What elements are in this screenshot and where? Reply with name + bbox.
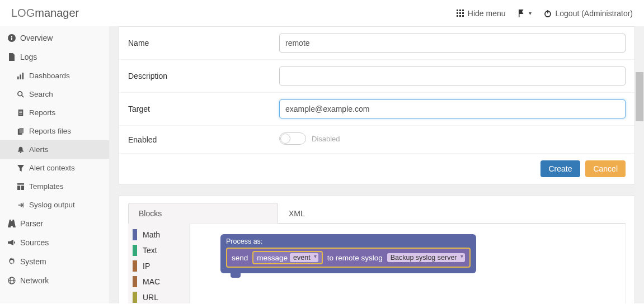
enabled-label: Enabled [128, 135, 279, 144]
category-color-bar [133, 245, 137, 256]
svg-rect-27 [17, 186, 20, 190]
logout-button[interactable]: Logout (Administrator) [544, 9, 633, 18]
block-category-text[interactable]: Text [128, 243, 189, 258]
sidebar-item-label: System [20, 257, 46, 266]
svg-point-25 [20, 151, 22, 153]
document-icon [17, 109, 25, 117]
scrollbar-thumb[interactable] [636, 72, 643, 121]
hide-menu-button[interactable]: Hide menu [457, 9, 506, 18]
sidebar-item-label: Overview [20, 34, 53, 42]
sidebar-item-label: Reports files [29, 127, 71, 135]
block-category-url[interactable]: URL [128, 289, 189, 303]
sidebar-item-label: Templates [29, 182, 64, 191]
description-input[interactable] [279, 66, 626, 86]
sidebar-item-label: Search [29, 90, 53, 98]
sidebar-item-system[interactable]: System [0, 252, 109, 271]
svg-rect-4 [459, 12, 461, 14]
sidebar-item-alert-contexts[interactable]: Alert contexts [0, 159, 109, 177]
form-panel: Name Description Target Enabled [119, 26, 635, 184]
sidebar-item-parser[interactable]: Parser [0, 214, 109, 233]
grid-icon [457, 10, 464, 17]
tab-xml[interactable]: XML [278, 203, 428, 224]
enabled-toggle[interactable] [279, 132, 306, 145]
svg-rect-21 [19, 112, 22, 113]
block-category-ip[interactable]: IP [128, 258, 189, 274]
sidebar-item-label: Parser [20, 219, 43, 228]
sidebar-item-label: Logs [20, 53, 37, 61]
sidebar-item-network[interactable]: Network [0, 271, 109, 290]
server-select[interactable]: Backup syslog server [387, 253, 465, 262]
sidebar-item-sources[interactable]: Sources [0, 233, 109, 252]
scrollbar[interactable] [635, 26, 644, 303]
road-icon [8, 220, 16, 227]
target-input[interactable] [279, 99, 626, 118]
description-label: Description [128, 72, 279, 80]
sidebar-item-search[interactable]: Search [0, 85, 109, 103]
svg-rect-1 [459, 10, 461, 11]
power-icon [544, 10, 552, 17]
sidebar-item-alerts[interactable]: Alerts [0, 140, 109, 159]
hide-menu-label: Hide menu [468, 9, 506, 18]
send-syslog-block[interactable]: send message event to remote syslog Back… [226, 248, 471, 268]
create-button[interactable]: Create [540, 160, 580, 177]
sidebar-item-overview[interactable]: Overview [0, 28, 109, 48]
category-label: URL [143, 293, 158, 302]
output-icon [17, 201, 25, 209]
sidebar-item-templates[interactable]: Templates [0, 177, 109, 196]
svg-rect-14 [17, 76, 19, 79]
svg-rect-5 [462, 12, 464, 14]
category-color-bar [133, 229, 137, 240]
sidebar-item-label: Dashboards [29, 72, 70, 80]
event-select[interactable]: event [290, 253, 318, 262]
chart-icon [17, 72, 25, 80]
toggle-state-label: Disabled [312, 135, 340, 143]
name-input[interactable] [279, 34, 626, 53]
blocks-panel: Blocks XML MathTextIPMACURLListsDictiona… [119, 196, 635, 303]
brand: LOGmanager [11, 7, 79, 20]
sidebar-item-syslog-output[interactable]: Syslog output [0, 196, 109, 214]
category-label: MAC [143, 277, 160, 286]
svg-rect-3 [457, 12, 458, 14]
target-label: Target [128, 104, 279, 113]
svg-rect-12 [11, 37, 12, 40]
svg-rect-22 [19, 113, 22, 114]
message-slot[interactable]: message event [252, 251, 322, 264]
svg-rect-13 [11, 36, 12, 37]
process-as-block[interactable]: Process as: send message event to remote… [220, 234, 476, 273]
flag-dropdown[interactable]: ▾ [518, 10, 532, 17]
tab-blocks[interactable]: Blocks [128, 203, 278, 224]
svg-rect-7 [459, 15, 461, 17]
block-send-label: send [232, 254, 248, 262]
svg-rect-6 [457, 15, 458, 17]
block-to-remote-label: to remote syslog [327, 254, 383, 262]
sidebar-item-label: Reports [29, 108, 55, 117]
block-category-mac[interactable]: MAC [128, 274, 189, 289]
sidebar-item-label: Syslog output [29, 201, 75, 209]
category-label: Math [143, 230, 160, 239]
cancel-button[interactable]: Cancel [585, 160, 626, 177]
block-title: Process as: [226, 238, 471, 245]
sidebar-item-logs[interactable]: Logs [0, 48, 109, 66]
filter-icon [17, 164, 25, 172]
sidebar-item-dashboards[interactable]: Dashboards [0, 66, 109, 85]
sidebar: Overview Logs Dashboards Search Reports … [0, 26, 110, 303]
svg-rect-2 [462, 10, 464, 11]
sidebar-item-label: Network [20, 276, 49, 285]
files-icon [17, 127, 25, 135]
category-color-bar [133, 292, 137, 303]
bell-icon [17, 146, 25, 154]
svg-rect-15 [20, 74, 21, 79]
block-categories: MathTextIPMACURLListsDictionariesContext [128, 224, 190, 303]
logout-label: Logout (Administrator) [555, 9, 633, 18]
svg-rect-28 [21, 186, 24, 190]
blockly-workspace[interactable]: Process as: send message event to remote… [190, 224, 626, 303]
main-content: Name Description Target Enabled [110, 26, 635, 303]
sidebar-item-reports[interactable]: Reports [0, 103, 109, 122]
block-category-math[interactable]: Math [128, 227, 189, 243]
svg-line-18 [22, 95, 23, 97]
sidebar-item-label: Sources [20, 238, 49, 247]
sidebar-item-reports-files[interactable]: Reports files [0, 122, 109, 140]
info-icon [8, 34, 16, 42]
svg-rect-20 [19, 111, 22, 111]
toggle-knob [280, 134, 290, 144]
